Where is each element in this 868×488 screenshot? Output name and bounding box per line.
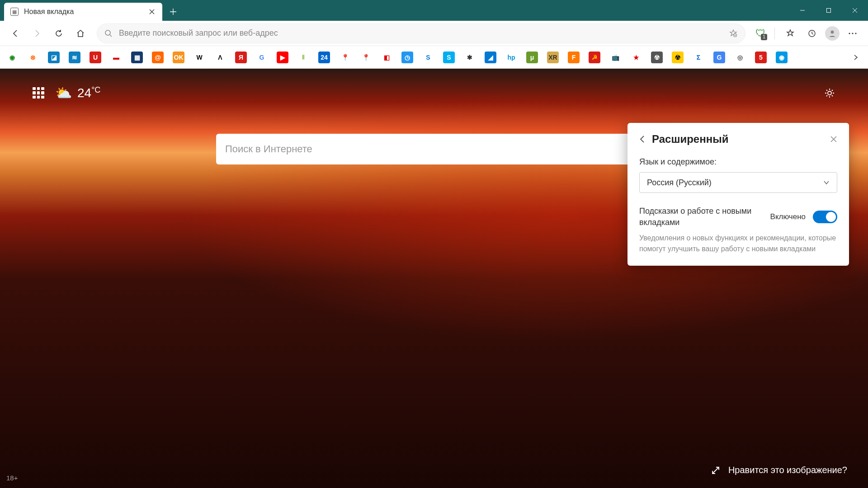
history-button[interactable]	[803, 24, 821, 42]
new-tab-button[interactable]	[165, 4, 181, 20]
panel-close-button[interactable]	[830, 136, 837, 143]
bookmark-yandex-maps[interactable]: 📍	[360, 52, 372, 63]
tips-description: Уведомления о новых функциях и рекоменда…	[639, 233, 837, 253]
titlebar: ▦ Новая вкладка	[0, 0, 868, 21]
bookmark-google-maps[interactable]: 📍	[339, 52, 351, 63]
svg-point-8	[828, 91, 831, 95]
bookmarks-overflow[interactable]	[850, 52, 862, 63]
weather-icon: ⛅	[55, 85, 72, 101]
back-button[interactable]	[6, 24, 24, 42]
avatar-icon	[825, 26, 840, 41]
tips-state: Включено	[770, 212, 806, 221]
bookmark-bookmark-5[interactable]: U	[90, 52, 101, 63]
tips-toggle[interactable]	[813, 211, 837, 223]
browser-tab[interactable]: ▦ Новая вкладка	[4, 3, 162, 21]
bookmark-bookmark-29[interactable]: ☭	[589, 52, 600, 63]
expand-icon	[711, 466, 720, 475]
svg-point-6	[852, 33, 853, 34]
toolbar: 🛡 1	[0, 21, 868, 46]
site-preferences-icon[interactable]	[729, 29, 738, 38]
weather-unit: °C	[91, 85, 100, 94]
bookmark-bookmark-27[interactable]: XR	[547, 52, 559, 63]
language-label: Язык и содержимое:	[639, 157, 837, 167]
svg-rect-0	[827, 9, 831, 13]
ntp-settings-button[interactable]	[824, 87, 835, 99]
bookmark-bookmark-2[interactable]: ⊗	[27, 52, 39, 63]
bookmark-bookmark-24[interactable]: ◢	[485, 52, 496, 63]
bookmark-google[interactable]: G	[256, 52, 268, 63]
bookmark-wikipedia[interactable]: W	[193, 52, 205, 63]
language-select[interactable]: Россия (Русский)	[639, 172, 837, 193]
panel-header: Расширенный	[639, 133, 837, 145]
tab-title: Новая вкладка	[24, 8, 142, 16]
ntp-top-bar: ⛅ 24°C	[33, 85, 835, 101]
panel-back-button[interactable]	[639, 135, 646, 143]
bookmark-yandex[interactable]: Я	[235, 52, 247, 63]
bookmark-mail-ru[interactable]: @	[152, 52, 164, 63]
svg-point-7	[855, 33, 856, 34]
extension-badge: 1	[761, 34, 767, 40]
search-icon	[104, 29, 113, 38]
image-feedback[interactable]: Нравится это изображение?	[711, 465, 847, 475]
bookmark-skype[interactable]: S	[443, 52, 455, 63]
ntp-search-box[interactable]	[216, 134, 652, 164]
bookmark-bookmark-4[interactable]: ≋	[69, 52, 80, 63]
language-value: Россия (Русский)	[647, 178, 712, 188]
bookmark-bookmark-23[interactable]: ✱	[464, 52, 476, 63]
bookmark-bookmark-15[interactable]: ⦀	[297, 52, 309, 63]
bookmark-google-translate[interactable]: G	[713, 52, 725, 63]
favorites-button[interactable]	[781, 24, 799, 42]
svg-point-5	[849, 33, 850, 34]
tab-page-icon: ▦	[10, 8, 19, 16]
bookmark-bookmark-37[interactable]: 5	[755, 52, 767, 63]
close-tab-button[interactable]	[148, 8, 156, 16]
chevron-down-icon	[823, 180, 830, 185]
address-input[interactable]	[119, 28, 725, 38]
panel-title: Расширенный	[652, 133, 728, 145]
bookmark-bookmark-36[interactable]: ◎	[734, 52, 746, 63]
tips-label: Подсказки о работе с новыми вкладками	[639, 206, 763, 228]
weather-widget[interactable]: ⛅ 24°C	[55, 85, 100, 101]
bookmark-bookmark-38[interactable]: ◉	[776, 52, 788, 63]
bookmark-hp[interactable]: hp	[505, 52, 517, 63]
bookmark-bookmark-11[interactable]: Λ	[214, 52, 226, 63]
window-controls	[789, 0, 868, 21]
new-tab-page: ⛅ 24°C Расширенный Язык и содержимое: Ро…	[0, 69, 868, 488]
tips-setting-row: Подсказки о работе с новыми вкладками Вк…	[639, 206, 837, 228]
bookmark-bookmark-16[interactable]: 24	[318, 52, 330, 63]
profile-button[interactable]	[825, 26, 840, 41]
maximize-button[interactable]	[816, 0, 842, 21]
svg-point-4	[831, 30, 834, 33]
bookmark-bookmark-28[interactable]: F	[568, 52, 580, 63]
bookmark-bookmark-33[interactable]: ☢	[672, 52, 684, 63]
bookmark-bookmark-19[interactable]: ◧	[381, 52, 392, 63]
menu-button[interactable]	[844, 24, 862, 42]
bookmark-bookmark-30[interactable]: 📺	[609, 52, 621, 63]
bookmark-bookmark-31[interactable]: ★	[630, 52, 642, 63]
age-rating: 18+	[6, 474, 18, 482]
bookmark-bookmark-20[interactable]: ◷	[401, 52, 413, 63]
forward-button[interactable]	[28, 24, 46, 42]
bookmark-bookmark-21[interactable]: S	[422, 52, 434, 63]
address-bar[interactable]	[97, 23, 745, 43]
bookmark-bookmark-6[interactable]: ▬	[110, 52, 122, 63]
minimize-button[interactable]	[789, 0, 816, 21]
image-like-label: Нравится это изображение?	[728, 465, 847, 475]
weather-temp: 24	[77, 86, 91, 100]
home-button[interactable]	[71, 24, 90, 42]
apps-launcher-icon[interactable]	[33, 87, 44, 99]
bookmarks-bar: ◉⊗◪≋U▬▦@OKWΛЯG▶⦀24📍📍◧◷SS✱◢hpμXRF☭📺★☢☢ΣG◎…	[0, 46, 868, 69]
close-window-button[interactable]	[842, 0, 868, 21]
bookmark-youtube[interactable]: ▶	[277, 52, 288, 63]
adblocker-extension[interactable]: 🛡 1	[753, 26, 768, 41]
reload-button[interactable]	[50, 24, 68, 42]
bookmark-sberbank[interactable]: ◉	[6, 52, 18, 63]
bookmark-bookmark-34[interactable]: Σ	[693, 52, 704, 63]
bookmark-utorrent[interactable]: μ	[526, 52, 538, 63]
bookmark-bookmark-32[interactable]: ☢	[651, 52, 663, 63]
bookmark-bookmark-7[interactable]: ▦	[131, 52, 143, 63]
bookmark-bookmark-3[interactable]: ◪	[48, 52, 60, 63]
ntp-search-input[interactable]	[225, 143, 643, 155]
svg-point-1	[105, 30, 110, 35]
bookmark-odnoklassniki[interactable]: OK	[173, 52, 184, 63]
